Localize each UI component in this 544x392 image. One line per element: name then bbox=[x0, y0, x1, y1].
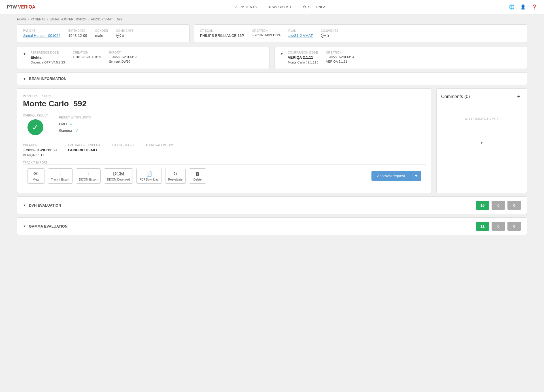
plan-comments-badge: 💬 0 bbox=[321, 33, 338, 38]
eval-template-field: EVALUATION TEMPLATE GENERIC DEMO bbox=[68, 144, 101, 157]
dvh-eval-card: ▼ DVH EVALUATION 16 0 0 bbox=[17, 196, 527, 214]
plan-comments-label: COMMENTS bbox=[321, 29, 338, 32]
logo: PTW VERIQA bbox=[7, 5, 35, 10]
reevaluate-button[interactable]: ↻ Reevaluate bbox=[165, 168, 186, 184]
plan-comments-value: 0 bbox=[327, 34, 329, 38]
approval-dropdown-button[interactable]: ▼ bbox=[411, 171, 421, 181]
comp-creation-field: CREATION ± 2022-01-28T13:54 VERIQA 2.1.1… bbox=[326, 51, 354, 64]
dvh-collapse-icon[interactable]: ▼ bbox=[23, 204, 26, 207]
dvh-badge-gray1: 0 bbox=[492, 201, 505, 210]
dicom-export-label: DICOM Export bbox=[79, 178, 97, 181]
logo-ptw: PTW bbox=[7, 5, 17, 10]
plan-comments-field: COMMENTS 💬 0 bbox=[321, 29, 338, 38]
main-content: PATIENT Jamal Hunter - 001024 BIRTHDATE … bbox=[0, 24, 544, 250]
trackit-label: Track-it Export bbox=[51, 178, 69, 181]
worklist-icon: ≡ bbox=[269, 5, 271, 9]
nav-patients-label: PATIENTS bbox=[240, 5, 257, 9]
view-label: View bbox=[33, 178, 39, 181]
no-comments-text: NO COMMENTS YET bbox=[441, 117, 522, 121]
pdf-download-button[interactable]: 📄 PDF Download bbox=[136, 168, 162, 184]
comp-dose-content: COMPARISON DOSE VERIQA 2.1.11 Monte Carl… bbox=[288, 51, 521, 64]
patient-label: PATIENT bbox=[23, 29, 60, 32]
plan-eval-title: Monte Carlo 592 bbox=[23, 99, 426, 108]
comp-creation-value: ± 2022-01-28T13:54 bbox=[326, 55, 354, 59]
top-nav: PTW VERIQA ✓ PATIENTS ≡ WORKLIST ⚙ SETTI… bbox=[0, 0, 544, 14]
dicom-export-button[interactable]: ↑ DICOM Export bbox=[76, 168, 101, 184]
dicom-download-label: DICOM Download bbox=[107, 178, 130, 181]
birthdate-field: BIRTHDATE 1948-12-09 bbox=[68, 29, 87, 38]
breadcrumb-sep3: / bbox=[88, 18, 89, 21]
overall-label: OVERALL RESULT bbox=[23, 114, 48, 117]
plan-eval-number: 592 bbox=[73, 99, 87, 108]
breadcrumb-patients[interactable]: PATIENTS bbox=[31, 18, 45, 21]
nav-right: 🌐 👤 ❓ bbox=[509, 4, 537, 10]
comments-header: Comments (0) + bbox=[441, 93, 522, 100]
eval-comments-row: PLAN EVALUATION Monte Carlo 592 OVERALL … bbox=[17, 88, 527, 193]
user-icon[interactable]: 👤 bbox=[520, 4, 526, 10]
action-bar: 👁 View T Track-it Export ↑ DICOM Export … bbox=[23, 164, 426, 187]
ref-dose-content: REFERENCE DOSE Elekta Oncentra OTP V4.5.… bbox=[31, 51, 264, 64]
beam-collapse-icon[interactable]: ▼ bbox=[23, 77, 26, 80]
comparison-dose-card: ▼ COMPARISON DOSE VERIQA 2.1.11 Monte Ca… bbox=[274, 46, 527, 69]
plan-eval-section-label: PLAN EVALUATION bbox=[23, 94, 426, 98]
add-comment-button[interactable]: + bbox=[515, 93, 522, 100]
dvh-check-icon: ✓ bbox=[70, 121, 73, 127]
plan-eval-name: Monte Carlo bbox=[23, 99, 69, 108]
plan-link[interactable]: akzS1-2 VMAT bbox=[288, 33, 313, 38]
eval-template-value: GENERIC DEMO bbox=[68, 148, 101, 152]
help-icon[interactable]: ❓ bbox=[532, 4, 537, 10]
comp-dose-collapse-icon[interactable]: ▼ bbox=[280, 52, 283, 56]
delete-label: Delete bbox=[194, 178, 202, 181]
breadcrumb-patient-name[interactable]: JAMAL HUNTER - 001024 bbox=[50, 18, 86, 21]
dvh-result-row: DVH ✓ bbox=[59, 121, 91, 127]
plan-eval-card: PLAN EVALUATION Monte Carlo 592 OVERALL … bbox=[17, 88, 432, 193]
trackit-export-button[interactable]: T Track-it Export bbox=[48, 168, 73, 184]
gamma-eval-card: ▼ GAMMA EVALUATION 11 0 0 bbox=[17, 217, 527, 235]
eval-middle: OVERALL RESULT ✓ RESULT WITHIN LIMITS DV… bbox=[23, 114, 426, 135]
breadcrumb: HOME / PATIENTS / JAMAL HUNTER - 001024 … bbox=[0, 14, 544, 24]
patient-comments-field: COMMENTS 💬 0 bbox=[116, 29, 134, 38]
birthdate-value: 1948-12-09 bbox=[68, 33, 87, 38]
gamma-collapse-icon[interactable]: ▼ bbox=[23, 224, 26, 228]
breadcrumb-plan[interactable]: AKZS1-2 VMAT bbox=[91, 18, 113, 21]
logo-veriqa: VERIQA bbox=[18, 5, 35, 10]
nav-worklist-label: WORKLIST bbox=[272, 5, 292, 9]
dicom-export-field: DICOM EXPORT bbox=[112, 144, 134, 157]
view-icon: 👁 bbox=[33, 171, 39, 177]
dvh-eval-label: DVH EVALUATION bbox=[29, 203, 61, 207]
patient-value: Jamal Hunter - 001024 bbox=[23, 33, 60, 38]
result-limits: RESULT WITHIN LIMITS DVH ✓ Gamma ✓ bbox=[59, 116, 91, 133]
globe-icon[interactable]: 🌐 bbox=[509, 4, 515, 10]
plan-field: PLAN akzS1-2 VMAT bbox=[288, 29, 313, 38]
beam-info-card: ▼ BEAM INFORMATION bbox=[17, 72, 527, 85]
breadcrumb-sep1: / bbox=[28, 18, 29, 21]
patient-comments-badge: 💬 0 bbox=[116, 33, 134, 38]
breadcrumb-home[interactable]: HOME bbox=[17, 18, 26, 21]
nav-patients[interactable]: ✓ PATIENTS bbox=[235, 5, 257, 9]
nav-settings[interactable]: ⚙ SETTINGS bbox=[303, 5, 326, 9]
patient-field: PATIENT Jamal Hunter - 001024 bbox=[23, 29, 60, 38]
dicom-export-label: DICOM EXPORT bbox=[112, 144, 134, 147]
eval-template-label: EVALUATION TEMPLATE bbox=[68, 144, 101, 147]
delete-button[interactable]: 🗑 Delete bbox=[189, 168, 206, 184]
ref-dose-field: REFERENCE DOSE Elekta Oncentra OTP V4.5.… bbox=[31, 51, 65, 64]
overall-check-icon: ✓ bbox=[27, 119, 43, 135]
dicom-download-button[interactable]: DCM DICOM Download bbox=[104, 168, 133, 184]
gamma-result-row: Gamma ✓ bbox=[59, 128, 91, 133]
nav-settings-label: SETTINGS bbox=[308, 5, 326, 9]
ct-creation-field: CREATION + 2018-01-02T11:24 bbox=[252, 29, 280, 37]
result-within-label: RESULT WITHIN LIMITS bbox=[59, 116, 91, 119]
chevron-down-icon: ▼ bbox=[480, 141, 484, 145]
comments-expand-button[interactable]: ▼ bbox=[441, 138, 522, 147]
reference-dose-card: ▼ REFERENCE DOSE Elekta Oncentra OTP V4.… bbox=[17, 46, 270, 69]
ref-import-label: IMPORT bbox=[109, 51, 137, 54]
ref-dose-collapse-icon[interactable]: ▼ bbox=[23, 52, 26, 56]
patient-link[interactable]: Jamal Hunter - 001024 bbox=[23, 33, 60, 38]
trackit-export-label: TRACKIT EXPORT bbox=[23, 161, 47, 164]
trackit-icon: T bbox=[59, 171, 62, 177]
ct-scan-card: CT SCAN PHILIPS BRILLIANCE 16P CREATION … bbox=[194, 24, 527, 43]
nav-worklist[interactable]: ≡ WORKLIST bbox=[269, 5, 292, 9]
overall-result: OVERALL RESULT ✓ bbox=[23, 114, 48, 135]
approval-request-button[interactable]: Approval request bbox=[371, 171, 411, 181]
view-button[interactable]: 👁 View bbox=[27, 168, 44, 184]
